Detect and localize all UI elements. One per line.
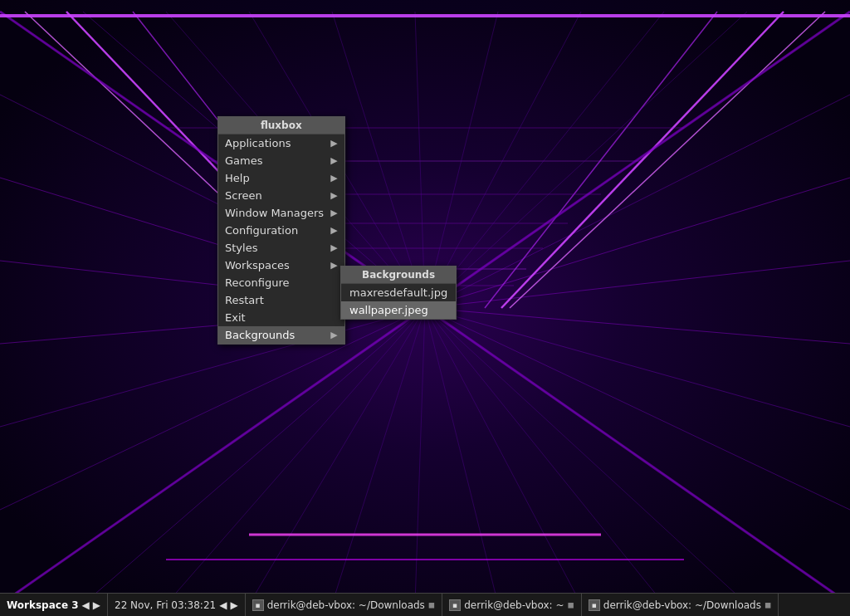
menu-item-restart[interactable]: Restart [218,291,344,309]
taskbar-window-1[interactable]: ▪ derrik@deb-vbox: ~/Downloads ◼ [246,594,443,616]
taskbar-window-2[interactable]: ▪ derrik@deb-vbox: ~ ◼ [442,594,582,616]
submenu-title: Backgrounds [341,266,456,284]
workspace-arrow-next[interactable]: ▶ [93,599,100,611]
time-arrow-prev[interactable]: ◀ [219,599,227,611]
window-icon-2: ▪ [449,599,461,611]
arrow-icon: ▶ [330,225,337,236]
taskbar: Workspace 3 ◀ ▶ 22 Nov, Fri 03:38:21 ◀ ▶… [0,593,850,616]
taskbar-datetime: 22 Nov, Fri 03:38:21 ◀ ▶ [108,594,246,616]
time-arrow-next[interactable]: ▶ [230,599,237,611]
menu-item-reconfigure[interactable]: Reconfigure [218,274,344,291]
arrow-icon: ▶ [330,260,337,271]
backgrounds-submenu: Backgrounds maxresdefault.jpg wallpaper.… [340,266,457,320]
workspace-arrow-prev[interactable]: ◀ [82,599,90,611]
taskbar-workspace[interactable]: Workspace 3 ◀ ▶ [0,594,108,616]
menu-item-help[interactable]: Help ▶ [218,169,344,187]
arrow-icon: ▶ [330,190,337,201]
window-close-icon-2: ◼ [567,600,574,609]
menu-item-window-managers[interactable]: Window Managers ▶ [218,204,344,222]
submenu-item-maxres[interactable]: maxresdefault.jpg [341,284,456,301]
menu-item-backgrounds[interactable]: Backgrounds ▶ [218,326,344,344]
window-close-icon-3: ◼ [765,600,771,609]
window-title-2: derrik@deb-vbox: ~ [464,599,564,611]
menu-item-applications[interactable]: Applications ▶ [218,134,344,152]
window-title-1: derrik@deb-vbox: ~/Downloads [267,599,425,611]
menu-item-workspaces[interactable]: Workspaces ▶ [218,257,344,274]
menu-item-exit[interactable]: Exit [218,309,344,326]
arrow-icon: ▶ [330,330,337,340]
menu-title: fluxbox [218,117,344,134]
menu-item-games[interactable]: Games ▶ [218,152,344,169]
menu-item-configuration[interactable]: Configuration ▶ [218,222,344,239]
submenu-item-wallpaper[interactable]: wallpaper.jpeg [341,301,456,319]
menu-item-screen[interactable]: Screen ▶ [218,187,344,204]
window-icon-1: ▪ [252,599,264,611]
arrow-icon: ▶ [330,138,337,149]
menu-item-styles[interactable]: Styles ▶ [218,239,344,257]
arrow-icon: ▶ [330,155,337,166]
arrow-icon: ▶ [330,173,337,183]
taskbar-window-3[interactable]: ▪ derrik@deb-vbox: ~/Downloads ◼ [582,594,779,616]
context-menu: fluxbox Applications ▶ Games ▶ Help ▶ Sc… [217,116,345,345]
window-icon-3: ▪ [589,599,600,611]
window-close-icon-1: ◼ [428,600,435,609]
window-title-3: derrik@deb-vbox: ~/Downloads [603,599,761,611]
workspace-label: Workspace 3 [7,599,79,611]
arrow-icon: ▶ [330,242,337,253]
arrow-icon: ▶ [330,208,337,218]
